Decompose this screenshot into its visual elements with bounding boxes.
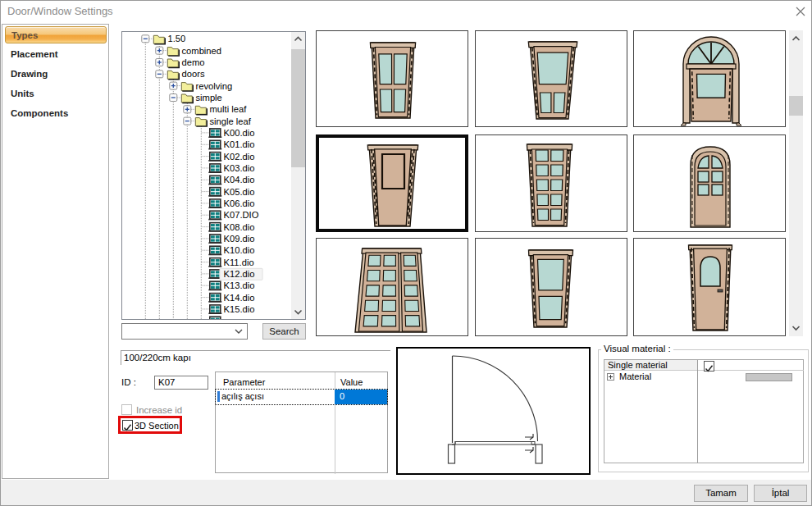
svg-text:K02.dio: K02.dio [224,152,255,162]
svg-text:K15.dio: K15.dio [224,304,255,314]
svg-text:K05.dio: K05.dio [224,187,255,197]
svg-text:multi leaf: multi leaf [210,104,248,114]
svg-text:K10.dio: K10.dio [224,245,255,255]
svg-text:demo: demo [182,57,205,67]
svg-text:K07.DIO: K07.DIO [224,210,259,220]
svg-text:K00.dio: K00.dio [224,128,255,138]
svg-text:K12.dio: K12.dio [224,269,255,279]
svg-text:K01.dio: K01.dio [224,139,255,149]
svg-text:combined: combined [182,46,222,56]
svg-text:K04.dio: K04.dio [224,175,255,185]
svg-text:K13.dio: K13.dio [224,280,255,290]
svg-text:simple: simple [196,93,222,103]
svg-text:single leaf: single leaf [210,116,252,126]
svg-text:K09.dio: K09.dio [224,234,255,244]
svg-text:K11.dio: K11.dio [224,258,254,267]
svg-text:K08.dio: K08.dio [224,222,255,232]
svg-text:revolving: revolving [196,81,233,91]
svg-text:K14.dio: K14.dio [224,293,255,303]
svg-text:1.50: 1.50 [168,34,186,43]
svg-text:K06.dio: K06.dio [224,198,255,208]
svg-text:doors: doors [182,69,205,79]
svg-text:K03.dio: K03.dio [224,163,255,173]
